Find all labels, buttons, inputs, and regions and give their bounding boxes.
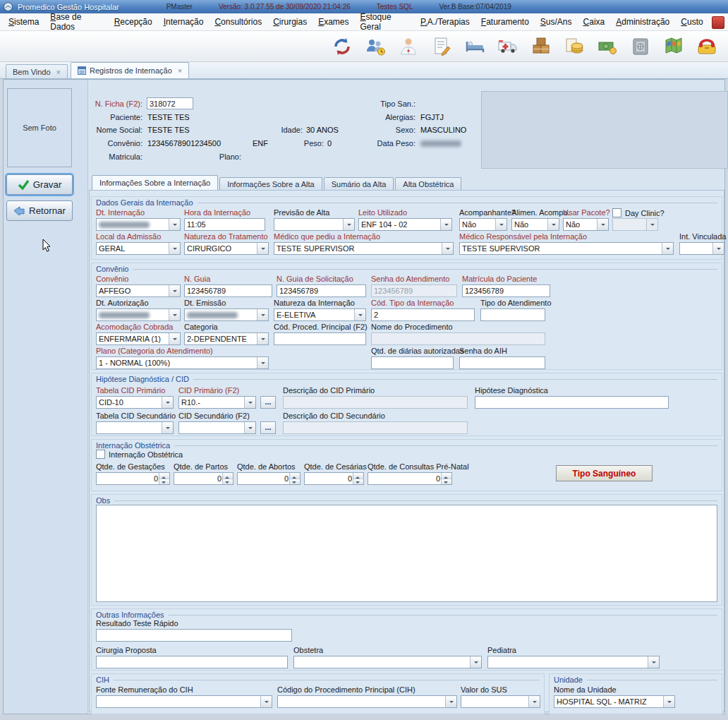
tab-informacoes-alta[interactable]: Informações Sobre a Alta [219, 177, 322, 190]
qtde-cesarias-stepper[interactable]: 0 [304, 472, 364, 485]
usar-pacote-combo[interactable]: Não [563, 218, 609, 231]
internacao-obstetrica-checkbox[interactable] [96, 450, 105, 459]
obs-textarea[interactable] [96, 505, 717, 602]
n-guia-solicitacao-input[interactable]: 123456789 [277, 284, 366, 297]
chevron-down-icon[interactable] [440, 219, 451, 230]
chevron-down-icon[interactable] [162, 422, 173, 433]
money-icon[interactable] [593, 33, 621, 60]
chevron-down-icon[interactable] [646, 219, 657, 230]
chevron-down-icon[interactable] [169, 333, 180, 344]
chevron-down-icon[interactable] [597, 219, 608, 230]
qtde-consultas-prenatal-stepper[interactable]: 0 [368, 472, 452, 485]
chevron-down-icon[interactable] [244, 422, 255, 433]
chevron-down-icon[interactable] [257, 243, 268, 254]
menu-administracao[interactable]: Administração [610, 14, 675, 30]
spinner-arrows-icon[interactable] [289, 473, 300, 484]
prescription-icon[interactable] [427, 33, 456, 60]
day-clinic-combo[interactable] [612, 218, 658, 231]
qtd-diarias-input[interactable] [371, 356, 454, 369]
matricula-paciente-input[interactable]: 123456789 [462, 284, 550, 297]
chevron-down-icon[interactable] [528, 696, 540, 707]
medico-pediu-combo[interactable]: TESTE SUPERVISOR [274, 242, 454, 255]
fonte-remuneracao-cih-combo[interactable] [96, 695, 272, 708]
local-admissao-combo[interactable]: GERAL [96, 242, 181, 255]
chevron-down-icon[interactable] [663, 696, 674, 707]
tab-informacoes-internacao[interactable]: Informações Sobre a Internação [92, 175, 218, 190]
chevron-down-icon[interactable] [169, 309, 180, 320]
modules-icon[interactable] [660, 33, 688, 60]
senha-atendimento-input[interactable]: 123456789 [371, 284, 457, 297]
nome-procedimento-input[interactable] [371, 332, 545, 345]
alimen-acompa-combo[interactable]: Não [511, 218, 559, 231]
spinner-arrows-icon[interactable] [441, 473, 451, 484]
chevron-down-icon[interactable] [470, 656, 481, 668]
tab-registros-internacao[interactable]: Registros de Internação × [71, 62, 189, 78]
menu-exames[interactable]: Exames [313, 14, 354, 30]
menu-sus-ans[interactable]: Sus/Ans [535, 14, 578, 30]
reception-icon[interactable] [361, 33, 389, 60]
qtde-partos-stepper[interactable]: 0 [174, 472, 233, 485]
leito-combo[interactable]: ENF 104 - 02 [358, 218, 452, 231]
previsao-alta-combo[interactable] [274, 218, 355, 231]
chevron-down-icon[interactable] [244, 397, 255, 408]
tipo-atendimento-input[interactable] [480, 308, 545, 321]
chevron-down-icon[interactable] [169, 285, 180, 296]
tabela-cid-primario-combo[interactable]: CID-10 [96, 396, 174, 409]
cod-proced-principal-input[interactable] [274, 332, 366, 345]
tab-sumario-alta[interactable]: Sumário da Alta [324, 177, 394, 190]
tab-bem-vindo[interactable]: Bem Vindo × [6, 64, 68, 78]
tipo-sanguineo-button[interactable]: Tipo Sanguíneo [556, 465, 653, 481]
menu-recepcao[interactable]: Recepção [109, 14, 158, 30]
chevron-down-icon[interactable] [442, 243, 453, 254]
hora-internacao-input[interactable]: 11:05 [184, 218, 265, 231]
sync-icon[interactable] [328, 33, 356, 60]
chevron-down-icon[interactable] [260, 696, 272, 707]
dt-internacao-combo[interactable] [96, 218, 181, 231]
n-guia-input[interactable]: 123456789 [184, 284, 272, 297]
spinner-arrows-icon[interactable] [159, 473, 169, 484]
inventory-icon[interactable] [527, 33, 555, 60]
chevron-down-icon[interactable] [343, 219, 354, 230]
resultado-teste-rapido-input[interactable] [96, 629, 292, 642]
ficha-input[interactable]: 318072 [147, 97, 193, 109]
cid-primario-browse-button[interactable]: ... [260, 396, 276, 409]
chevron-down-icon[interactable] [712, 243, 724, 254]
natureza-internacao-combo[interactable]: E-ELETIVA [274, 308, 366, 321]
doctor-icon[interactable] [394, 33, 423, 60]
spinner-arrows-icon[interactable] [222, 473, 233, 484]
spinner-arrows-icon[interactable] [353, 473, 363, 484]
bed-icon[interactable] [461, 33, 489, 60]
chevron-down-icon[interactable] [162, 397, 173, 408]
valor-sus-combo[interactable] [461, 695, 540, 708]
chevron-down-icon[interactable] [445, 696, 456, 707]
plano-categoria-combo[interactable]: 1 - NORMAL (100%) [96, 356, 269, 369]
chevron-down-icon[interactable] [257, 309, 268, 320]
phone-icon[interactable] [693, 33, 721, 60]
menu-custo[interactable]: Custo [675, 14, 708, 30]
cid-secundario-browse-button[interactable]: ... [260, 421, 276, 434]
close-icon[interactable]: × [56, 68, 61, 76]
billing-icon[interactable] [560, 33, 588, 60]
menu-faturamento[interactable]: Faturamento [475, 14, 535, 30]
tab-alta-obstetrica[interactable]: Alta Obstétrica [395, 177, 461, 190]
codigo-procedimento-cih-combo[interactable] [277, 695, 457, 708]
senha-aih-input[interactable] [459, 356, 545, 369]
chevron-down-icon[interactable] [354, 309, 365, 320]
chevron-down-icon[interactable] [169, 243, 180, 254]
obstetra-combo[interactable] [293, 656, 482, 668]
cirurgia-proposta-input[interactable] [96, 656, 288, 668]
categoria-combo[interactable]: 2-DEPENDENTE [184, 332, 269, 345]
qtde-abortos-stepper[interactable]: 0 [237, 472, 301, 485]
dt-autorizacao-combo[interactable] [96, 308, 181, 321]
menu-consultorios[interactable]: Consultórios [209, 14, 267, 30]
day-clinic-checkbox[interactable] [612, 208, 621, 217]
cid-primario-combo[interactable]: R10.- [178, 396, 256, 409]
nome-unidade-combo[interactable]: HOSPITAL SQL - MATRIZ [554, 695, 675, 708]
ambulance-icon[interactable] [494, 33, 522, 60]
hipotese-diagnostica-input[interactable] [475, 396, 669, 409]
safe-icon[interactable] [626, 33, 655, 60]
chevron-down-icon[interactable] [662, 243, 673, 254]
cod-tipo-internacao-input[interactable]: 2 [371, 308, 475, 321]
menu-cirurgias[interactable]: Cirurgias [267, 14, 313, 30]
dt-emissao-combo[interactable] [184, 308, 269, 321]
